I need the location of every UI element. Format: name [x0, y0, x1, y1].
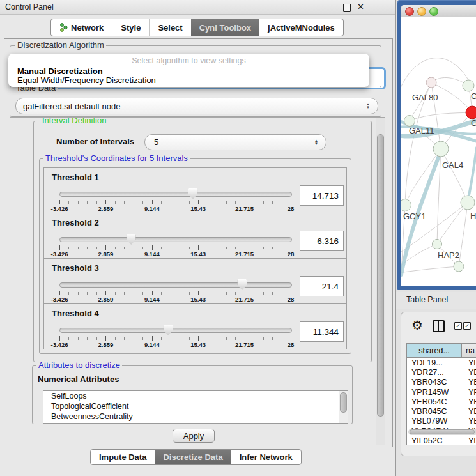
network-node[interactable]: [461, 196, 475, 210]
network-edge[interactable]: [441, 149, 468, 203]
threshold-slider[interactable]: [59, 327, 291, 335]
num-intervals-spinner[interactable]: 5 ▲▼: [144, 134, 326, 150]
checkbox-icon[interactable]: ✓: [454, 322, 462, 330]
network-node-label: HAP2: [438, 250, 459, 260]
threshold-slider[interactable]: [59, 191, 291, 199]
threshold-box: Threshold 3-3.4262.8599.14415.4321.71528…: [43, 258, 347, 304]
tab-discretize-data[interactable]: Discretize Data: [155, 450, 231, 464]
network-node[interactable]: [433, 141, 449, 157]
scrollbar-thumb[interactable]: [410, 429, 475, 434]
tick-mark: [96, 337, 97, 340]
network-node[interactable]: [454, 261, 464, 272]
network-canvas[interactable]: GAL80GAGGAL11GAL4GCY1HAHAP2: [401, 17, 476, 286]
tick-mark: [180, 201, 180, 204]
float-icon[interactable]: [343, 4, 351, 12]
network-node[interactable]: [466, 106, 476, 119]
checkbox-icon[interactable]: ✓: [463, 322, 471, 330]
tab-network[interactable]: Network: [51, 19, 112, 36]
slider-thumb[interactable]: [127, 234, 136, 245]
tick-mark: [171, 247, 171, 249]
scrollbar-thumb[interactable]: [377, 134, 384, 417]
table-row[interactable]: YBR045CYBR0: [407, 406, 476, 416]
slider-thumb[interactable]: [164, 325, 173, 335]
threshold-value-field[interactable]: 21.4: [300, 276, 344, 296]
list-item[interactable]: SelfLoops: [43, 391, 348, 401]
table-row[interactable]: YER054CYER0: [407, 397, 476, 406]
network-node[interactable]: [401, 199, 411, 211]
table-row[interactable]: YIL052CYIL0: [407, 436, 476, 445]
tab-impute-data[interactable]: Impute Data: [91, 450, 155, 464]
table-row[interactable]: YDL19...YDL1: [407, 358, 476, 367]
tick-mark: [245, 291, 245, 295]
close-icon[interactable]: ✕: [357, 2, 364, 12]
zoom-traffic-light-icon[interactable]: [429, 7, 438, 16]
tab-label: Style: [121, 23, 141, 33]
slider-track[interactable]: [59, 282, 292, 288]
threshold-value-field[interactable]: 6.316: [300, 231, 344, 251]
tab-select[interactable]: Select: [149, 19, 190, 36]
dropdown-item[interactable]: Manual Discretization: [17, 66, 103, 76]
table-row[interactable]: YPR145WYPR1: [407, 387, 476, 397]
gear-icon[interactable]: ⚙: [411, 318, 423, 333]
list-item[interactable]: TopologicalCoefficient: [43, 401, 348, 411]
tab-cyni-toolbox[interactable]: Cyni Toolbox: [191, 19, 259, 36]
table-row[interactable]: YBL079WYBL0: [407, 417, 476, 426]
cell-shared-name: YBR043C: [407, 378, 466, 387]
tick-mark: [180, 337, 180, 340]
threshold-value-field[interactable]: 11.344: [300, 321, 344, 342]
column-header-name[interactable]: na: [462, 344, 476, 357]
threshold-value-field[interactable]: 14.713: [300, 185, 344, 206]
tab-style[interactable]: Style: [112, 19, 149, 36]
network-edge[interactable]: [401, 58, 468, 92]
cell-name: YER0: [466, 397, 476, 406]
table-data-combobox[interactable]: galFiltered.sif default node ▲▼: [15, 98, 378, 114]
tick-mark: [142, 247, 143, 249]
numerical-attributes-list[interactable]: SelfLoopsTopologicalCoefficientBetweenne…: [43, 390, 348, 424]
columns-icon[interactable]: [433, 320, 445, 332]
list-scrollbar[interactable]: [339, 391, 348, 423]
network-node[interactable]: [463, 80, 474, 91]
threshold-slider[interactable]: [59, 236, 291, 244]
network-node[interactable]: [426, 77, 436, 88]
network-edge-thick[interactable]: [468, 148, 476, 201]
network-edge[interactable]: [401, 266, 459, 273]
table-row[interactable]: YBR043CYBR0: [407, 378, 476, 387]
slider-thumb[interactable]: [188, 188, 197, 199]
table-row[interactable]: YDR27...YDR2: [407, 367, 476, 377]
threshold-slider[interactable]: [59, 282, 291, 289]
tick-mark: [189, 201, 190, 204]
spinner-arrows-icon[interactable]: ▲▼: [314, 139, 318, 146]
network-window: GAL80GAGGAL11GAL4GCY1HAHAP2: [397, 0, 476, 290]
cell-shared-name: YIL052C: [407, 436, 466, 445]
close-traffic-light-icon[interactable]: [405, 7, 414, 16]
spinner-arrows-icon[interactable]: ▲▼: [366, 103, 370, 109]
column-header-shared[interactable]: shared...: [407, 344, 462, 357]
tick-mark: [198, 336, 199, 341]
tick-label: 21.715: [235, 341, 254, 348]
dropdown-prompt-item[interactable]: Select algorithm to view settings: [8, 56, 369, 65]
settings-scrollbar[interactable]: [376, 118, 385, 445]
slider-track[interactable]: [59, 192, 292, 197]
list-item[interactable]: BetweennessCentrality: [43, 411, 348, 422]
table-horizontal-scrollbar[interactable]: [408, 429, 476, 435]
slider-track[interactable]: [59, 328, 292, 333]
tab-jactivemnodules[interactable]: jActiveMNodules: [259, 19, 343, 36]
tick-mark: [161, 201, 162, 204]
tick-mark: [272, 201, 273, 204]
tick-mark: [254, 247, 254, 249]
slider-ticks: [59, 336, 291, 341]
network-graph: GAL80GAGGAL11GAL4GCY1HAHAP2: [401, 17, 476, 286]
tick-mark: [87, 292, 88, 295]
network-node[interactable]: [433, 240, 442, 249]
tick-mark: [291, 200, 291, 204]
minimize-traffic-light-icon[interactable]: [417, 7, 426, 16]
apply-button[interactable]: Apply: [173, 429, 215, 443]
network-node[interactable]: [404, 116, 415, 127]
tick-mark: [235, 247, 236, 249]
tick-mark: [272, 337, 273, 340]
slider-track[interactable]: [59, 237, 292, 242]
slider-thumb[interactable]: [237, 279, 247, 290]
tab-infer-network[interactable]: Infer Network: [231, 450, 301, 464]
dropdown-item[interactable]: Equal Width/Frequency Discretization: [17, 75, 156, 85]
tick-mark: [263, 247, 264, 249]
